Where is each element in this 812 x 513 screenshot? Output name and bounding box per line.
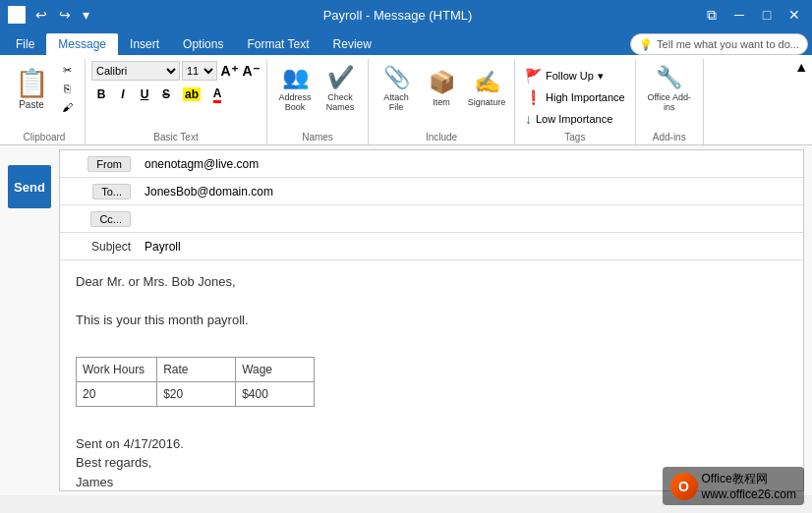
watermark-line1: Office教程网: [702, 471, 797, 487]
tab-format-text[interactable]: Format Text: [235, 33, 320, 55]
clipboard-group: 📋 Paste ✂ ⎘ 🖌 Clipboard: [4, 59, 86, 144]
addins-group: 🔧 Office Add-ins Add-ins: [636, 59, 704, 144]
font-size-select[interactable]: 11: [182, 61, 217, 81]
low-importance-label: Low Importance: [536, 113, 612, 125]
attach-item-button[interactable]: 📦 Item: [420, 61, 463, 116]
address-book-button[interactable]: 👥 Address Book: [273, 61, 317, 116]
attach-file-button[interactable]: 📎 Attach File: [375, 61, 418, 116]
addins-label: Add-ins: [642, 130, 697, 142]
cc-button[interactable]: Cc...: [90, 211, 131, 227]
send-panel: Send: [0, 145, 59, 495]
include-group: 📎 Attach File 📦 Item ✍️ Signature Includ…: [369, 59, 515, 144]
from-button[interactable]: From: [87, 156, 131, 172]
from-row: From onenotagm@live.com: [60, 150, 803, 178]
attach-item-label: Item: [433, 97, 450, 107]
to-input[interactable]: [139, 181, 803, 202]
close-button[interactable]: ✕: [784, 5, 804, 25]
sent-date: Sent on 4/17/2016.: [76, 434, 787, 454]
format-painter-button[interactable]: 🖌: [55, 98, 79, 116]
table-cell-wage: $400: [236, 382, 315, 407]
payroll-table: Work Hours Rate Wage 20 $20 $400: [76, 357, 315, 407]
office-addins-label: Office Add-ins: [645, 92, 694, 112]
tell-me-input[interactable]: 💡 Tell me what you want to do...: [630, 33, 808, 55]
font-shrink-button[interactable]: A⁻: [241, 61, 261, 81]
italic-button[interactable]: I: [113, 85, 133, 104]
address-book-icon: 👥: [282, 65, 309, 90]
tags-group: 🚩 Follow Up ▾ ❗ High Importance ↓ Low Im…: [515, 59, 636, 144]
high-importance-icon: ❗: [525, 89, 542, 105]
attach-item-icon: 📦: [429, 70, 455, 95]
window-title: Payroll - Message (HTML): [93, 8, 702, 23]
undo-button[interactable]: ↩: [31, 5, 51, 25]
attach-file-label: Attach File: [377, 92, 415, 112]
paste-icon: 📋: [15, 67, 49, 99]
watermark: O Office教程网 www.office26.com: [663, 467, 805, 505]
table-header-wage: Wage: [236, 358, 315, 382]
underline-button[interactable]: U: [135, 85, 154, 104]
include-label: Include: [375, 130, 508, 142]
strikethrough-button[interactable]: S: [156, 85, 176, 104]
subject-input[interactable]: [139, 236, 803, 257]
high-importance-button[interactable]: ❗ High Importance: [521, 87, 629, 107]
ribbon-tabs: File Message Insert Options Format Text …: [0, 29, 812, 55]
attach-file-icon: 📎: [383, 65, 410, 90]
redo-button[interactable]: ↪: [55, 5, 75, 25]
subject-label: Subject: [60, 240, 139, 254]
paste-button[interactable]: 📋 Paste: [10, 61, 53, 116]
font-family-select[interactable]: Calibri: [91, 61, 180, 81]
highlight-icon: ab: [183, 87, 201, 101]
font-color-button[interactable]: A: [207, 85, 227, 104]
cut-button[interactable]: ✂: [55, 61, 79, 79]
cc-input[interactable]: [139, 208, 803, 230]
window-controls: ⧉ ─ □ ✕: [702, 5, 804, 25]
to-label-area: To...: [60, 184, 139, 200]
tab-message[interactable]: Message: [46, 33, 118, 55]
follow-up-label: Follow Up: [546, 70, 594, 82]
signature-button[interactable]: ✍️ Signature: [465, 61, 508, 116]
follow-up-icon: 🚩: [525, 68, 542, 84]
customize-button[interactable]: ▾: [79, 5, 93, 25]
compose-area: Send From onenotagm@live.com To... Cc...…: [0, 145, 812, 495]
title-bar: ↩ ↪ ▾ Payroll - Message (HTML) ⧉ ─ □ ✕: [0, 0, 812, 29]
cc-label-area: Cc...: [60, 211, 139, 227]
intro-text: This is your this month payroll.: [76, 311, 787, 330]
paste-label: Paste: [19, 99, 44, 110]
table-header-rate: Rate: [157, 358, 236, 382]
tab-review[interactable]: Review: [321, 33, 383, 55]
address-book-label: Address Book: [276, 92, 314, 112]
table-header-hours: Work Hours: [77, 358, 157, 382]
title-bar-left: ↩ ↪ ▾: [8, 5, 93, 25]
ribbon-collapse-button[interactable]: ▲: [794, 59, 808, 75]
copy-button[interactable]: ⎘: [55, 80, 79, 97]
tab-file[interactable]: File: [4, 33, 46, 55]
table-cell-hours: 20: [77, 382, 157, 407]
to-row: To...: [60, 178, 803, 205]
greeting: Dear Mr. or Mrs. Bob Jones,: [76, 272, 787, 292]
compose-main: From onenotagm@live.com To... Cc... Subj…: [59, 149, 804, 491]
send-button[interactable]: Send: [8, 165, 51, 208]
restore-window-button[interactable]: ⧉: [702, 5, 722, 25]
subject-row: Subject: [60, 233, 803, 260]
to-button[interactable]: To...: [92, 184, 131, 200]
maximize-button[interactable]: □: [757, 5, 777, 25]
low-importance-button[interactable]: ↓ Low Importance: [521, 109, 616, 129]
check-names-label: Check Names: [321, 92, 359, 112]
minimize-button[interactable]: ─: [729, 5, 749, 25]
tab-insert[interactable]: Insert: [118, 33, 171, 55]
tags-label: Tags: [521, 130, 629, 142]
check-names-icon: ✔️: [327, 65, 354, 90]
watermark-text: Office教程网 www.office26.com: [702, 471, 797, 501]
highlight-button[interactable]: ab: [178, 85, 205, 104]
clipboard-small-buttons: ✂ ⎘ 🖌: [55, 61, 79, 116]
title-save-icon: [8, 6, 26, 24]
follow-up-button[interactable]: 🚩 Follow Up ▾: [521, 66, 608, 86]
from-label-area: From: [60, 156, 139, 172]
follow-up-dropdown[interactable]: ▾: [598, 70, 604, 83]
bold-button[interactable]: B: [91, 85, 111, 104]
email-body[interactable]: Dear Mr. or Mrs. Bob Jones, This is your…: [60, 260, 803, 490]
check-names-button[interactable]: ✔️ Check Names: [319, 61, 362, 116]
font-grow-button[interactable]: A⁺: [219, 61, 239, 81]
table-cell-rate: $20: [157, 382, 236, 407]
office-addins-button[interactable]: 🔧 Office Add-ins: [642, 61, 697, 116]
tab-options[interactable]: Options: [171, 33, 235, 55]
